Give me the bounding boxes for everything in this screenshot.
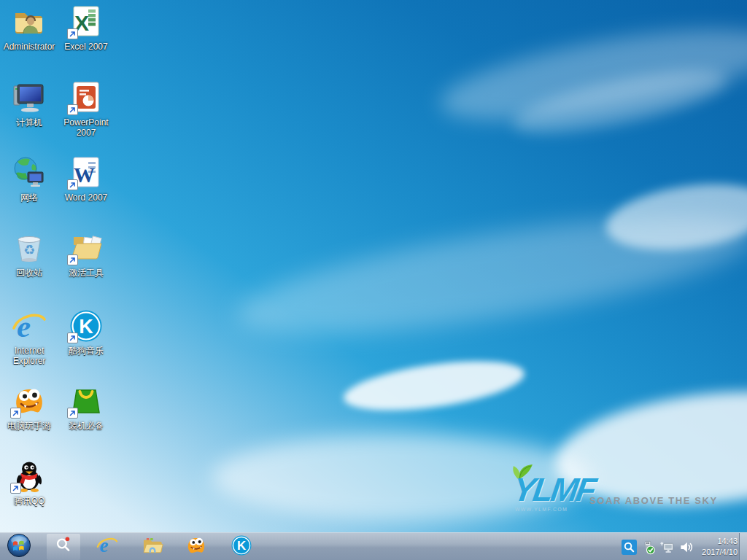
activation-icon (69, 230, 104, 265)
desktop-icon-kugou[interactable]: K 酷狗音乐 (58, 308, 115, 356)
tray-usb-remove[interactable] (640, 540, 656, 555)
desktop-icon-pcgame[interactable]: 电脑玩手游 (1, 384, 58, 431)
desktop-icon-label: 网络 (20, 192, 38, 203)
desktop-icon-bag[interactable]: 装机必备 (58, 384, 115, 431)
taskbar-clock[interactable]: 14:43 2017/4/10 (702, 536, 738, 559)
kugou-icon: K (69, 308, 104, 343)
taskbar-windows-explorer[interactable] (136, 534, 169, 560)
desktop-icon-qq[interactable]: 腾讯QQ (1, 459, 58, 506)
excel-icon: X (69, 4, 104, 39)
taskbar-kugou-music[interactable]: K (225, 534, 258, 560)
kugou-icon: K (231, 534, 252, 559)
desktop-icon-label: 电脑玩手游 (7, 421, 51, 431)
desktop-icon-recycle[interactable]: ♻ 回收站 (1, 230, 58, 278)
shortcut-arrow-icon (67, 28, 78, 39)
desktop-icon-label: PowerPoint 2007 (58, 117, 114, 138)
recycle-icon: ♻ (12, 230, 47, 265)
cloud (602, 174, 747, 259)
network-icon (659, 540, 675, 555)
logo-url-text: WWW.YLMF.COM (515, 507, 568, 512)
desktop-icon-administrator[interactable]: Administrator (1, 4, 58, 52)
desktop-icon-excel[interactable]: X Excel 2007 (58, 4, 115, 52)
desktop-icon-activation[interactable]: 激活工具 (58, 230, 115, 278)
desktop-icon-label: Internet Explorer (1, 346, 57, 366)
ie-icon: e (96, 534, 118, 559)
cloud (230, 192, 747, 357)
desktop-icon-label: 酷狗音乐 (69, 346, 104, 356)
shortcut-arrow-icon (67, 179, 78, 190)
logo-brand-text: YLMF (511, 473, 597, 506)
ylmf-logo: YLMF WWW.YLMF.COM SOAR ABOVE THE SKY (509, 469, 706, 514)
ie-icon: e (12, 308, 47, 343)
usb-check-icon (640, 540, 656, 555)
blue-search-icon (622, 540, 637, 555)
desktop-icon-label: 装机必备 (69, 421, 104, 431)
shortcut-arrow-icon (10, 483, 21, 494)
desktop-icon-powerpoint[interactable]: PowerPoint 2007 (58, 80, 115, 138)
desktop-icon-label: 回收站 (16, 268, 42, 278)
tray-volume[interactable] (678, 540, 694, 555)
desktop-icon-label: Excel 2007 (64, 42, 107, 52)
desktop-icon-computer[interactable]: 计算机 (1, 80, 58, 128)
desktop-icon-word[interactable]: W Word 2007 (58, 155, 115, 203)
network-icon (12, 155, 47, 190)
desktop-icon-label: 激活工具 (69, 268, 104, 278)
svg-text:e: e (17, 309, 31, 343)
tray-network[interactable] (659, 540, 675, 555)
cloud (434, 11, 747, 139)
search-icon (53, 534, 74, 559)
cloud (508, 58, 732, 146)
start-button[interactable] (2, 534, 36, 560)
monster-icon (185, 534, 207, 559)
show-desktop-button[interactable] (739, 533, 747, 560)
svg-text:K: K (237, 539, 247, 553)
word-icon: W (69, 155, 104, 190)
taskbar: e K 14:43 2017/4/10 (0, 532, 747, 560)
shortcut-arrow-icon (10, 408, 21, 419)
tray-search[interactable] (622, 540, 637, 555)
taskbar-pc-mobile-game[interactable] (179, 534, 213, 560)
taskbar-search[interactable] (47, 534, 80, 560)
desktop[interactable]: Administrator X Excel 2007 计算机 PowerPoin… (0, 0, 747, 560)
svg-text:♻: ♻ (23, 242, 35, 257)
cloud (341, 352, 527, 419)
desktop-icon-label: 腾讯QQ (14, 496, 45, 506)
qq-icon (12, 459, 47, 494)
clock-date: 2017/4/10 (702, 547, 738, 558)
speaker-icon (678, 540, 694, 555)
computer-icon (12, 80, 47, 115)
desktop-icon-label: Word 2007 (65, 192, 107, 203)
system-tray: 14:43 2017/4/10 (622, 533, 738, 560)
pcgame-icon (12, 384, 47, 419)
desktop-icon-ie[interactable]: e Internet Explorer (1, 308, 58, 366)
taskbar-internet-explorer[interactable]: e (90, 534, 124, 560)
shortcut-arrow-icon (67, 408, 78, 419)
svg-text:e: e (99, 534, 108, 556)
powerpoint-icon (69, 80, 104, 115)
shortcut-arrow-icon (67, 104, 78, 115)
shortcut-arrow-icon (67, 254, 78, 265)
bag-icon (69, 384, 104, 419)
desktop-icon-label: 计算机 (16, 117, 42, 128)
folder-icon (142, 534, 163, 559)
desktop-icon-network[interactable]: 网络 (1, 155, 58, 203)
clock-time: 14:43 (702, 536, 738, 547)
svg-text:K: K (79, 316, 93, 338)
windows-orb-icon (7, 533, 31, 560)
desktop-icon-label: Administrator (4, 42, 55, 52)
logo-tagline-text: SOAR ABOVE THE SKY (589, 495, 718, 506)
shortcut-arrow-icon (67, 332, 78, 343)
administrator-icon (12, 4, 47, 39)
